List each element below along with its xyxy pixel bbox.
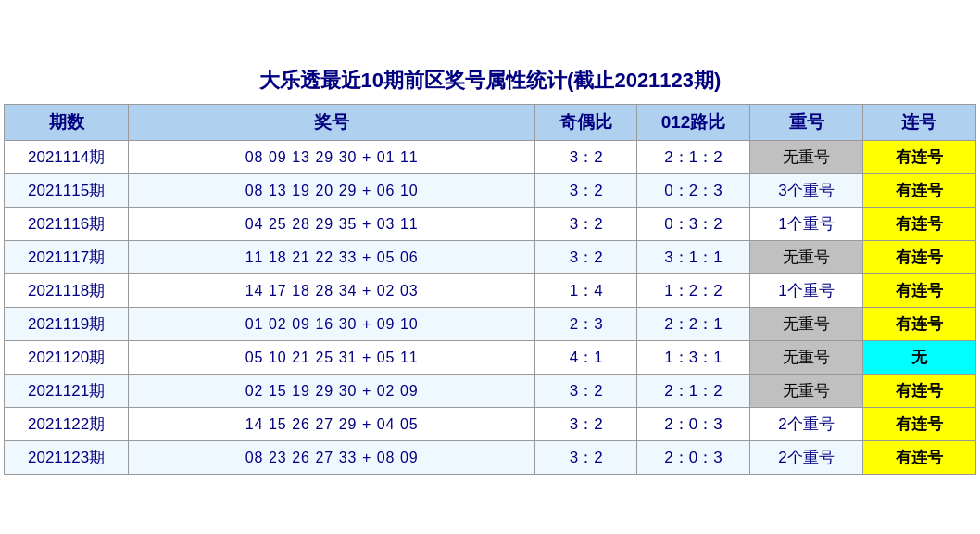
- cell-012: 2：0：3: [637, 408, 750, 441]
- header-odd-even: 奇偶比: [535, 105, 637, 141]
- cell-numbers: 04 25 28 29 35 + 03 11: [129, 208, 535, 241]
- header-period: 期数: [5, 105, 129, 141]
- cell-numbers: 08 13 19 20 29 + 06 10: [129, 174, 535, 208]
- cell-012: 1：2：2: [637, 274, 750, 308]
- cell-repeat: 1个重号: [750, 208, 863, 241]
- header-consecutive: 连号: [862, 105, 975, 141]
- cell-odd-even: 3：2: [535, 375, 637, 408]
- cell-odd-even: 3：2: [535, 208, 637, 241]
- cell-012: 1：3：1: [637, 341, 750, 375]
- cell-odd-even: 3：2: [535, 141, 637, 174]
- table-row: 2021121期02 15 19 29 30 + 02 093：22：1：2无重…: [5, 375, 976, 408]
- cell-012: 2：0：3: [637, 441, 750, 475]
- cell-consecutive: 有连号: [862, 174, 975, 208]
- cell-numbers: 11 18 21 22 33 + 05 06: [129, 241, 535, 274]
- cell-012: 2：1：2: [637, 375, 750, 408]
- cell-odd-even: 3：2: [535, 241, 637, 274]
- cell-odd-even: 3：2: [535, 174, 637, 208]
- cell-numbers: 01 02 09 16 30 + 09 10: [129, 308, 535, 341]
- cell-consecutive: 无: [862, 341, 975, 375]
- cell-012: 0：3：2: [637, 208, 750, 241]
- cell-period: 2021115期: [5, 174, 129, 208]
- table-row: 2021120期05 10 21 25 31 + 05 114：11：3：1无重…: [5, 341, 976, 375]
- cell-consecutive: 有连号: [862, 241, 975, 274]
- cell-consecutive: 有连号: [862, 308, 975, 341]
- table-row: 2021123期08 23 26 27 33 + 08 093：22：0：32个…: [5, 441, 976, 475]
- table-row: 2021118期14 17 18 28 34 + 02 031：41：2：21个…: [5, 274, 976, 308]
- cell-odd-even: 1：4: [535, 274, 637, 308]
- cell-period: 2021120期: [5, 341, 129, 375]
- cell-period: 2021121期: [5, 375, 129, 408]
- stats-table: 期数 奖号 奇偶比 012路比 重号 连号 2021114期08 09 13 2…: [4, 104, 976, 475]
- cell-consecutive: 有连号: [862, 208, 975, 241]
- cell-repeat: 无重号: [750, 375, 863, 408]
- table-row: 2021116期04 25 28 29 35 + 03 113：20：3：21个…: [5, 208, 976, 241]
- main-container: 大乐透最近10期前区奖号属性统计(截止2021123期) 期数 奖号 奇偶比 0…: [0, 56, 980, 478]
- cell-period: 2021114期: [5, 141, 129, 174]
- cell-odd-even: 4：1: [535, 341, 637, 375]
- cell-consecutive: 有连号: [862, 274, 975, 308]
- cell-012: 0：2：3: [637, 174, 750, 208]
- cell-repeat: 1个重号: [750, 274, 863, 308]
- cell-period: 2021119期: [5, 308, 129, 341]
- cell-repeat: 无重号: [750, 341, 863, 375]
- cell-repeat: 3个重号: [750, 174, 863, 208]
- cell-012: 3：1：1: [637, 241, 750, 274]
- cell-repeat: 无重号: [750, 241, 863, 274]
- cell-numbers: 08 09 13 29 30 + 01 11: [129, 141, 535, 174]
- table-row: 2021122期14 15 26 27 29 + 04 053：22：0：32个…: [5, 408, 976, 441]
- table-row: 2021119期01 02 09 16 30 + 09 102：32：2：1无重…: [5, 308, 976, 341]
- cell-period: 2021117期: [5, 241, 129, 274]
- cell-012: 2：2：1: [637, 308, 750, 341]
- cell-numbers: 14 17 18 28 34 + 02 03: [129, 274, 535, 308]
- cell-period: 2021123期: [5, 441, 129, 475]
- cell-odd-even: 3：2: [535, 408, 637, 441]
- cell-repeat: 2个重号: [750, 441, 863, 475]
- table-row: 2021115期08 13 19 20 29 + 06 103：20：2：33个…: [5, 174, 976, 208]
- cell-012: 2：1：2: [637, 141, 750, 174]
- table-row: 2021114期08 09 13 29 30 + 01 113：22：1：2无重…: [5, 141, 976, 174]
- cell-consecutive: 有连号: [862, 375, 975, 408]
- cell-period: 2021122期: [5, 408, 129, 441]
- header-numbers: 奖号: [129, 105, 535, 141]
- cell-numbers: 14 15 26 27 29 + 04 05: [129, 408, 535, 441]
- cell-repeat: 2个重号: [750, 408, 863, 441]
- page-title: 大乐透最近10期前区奖号属性统计(截止2021123期): [4, 59, 976, 104]
- header-012: 012路比: [637, 105, 750, 141]
- cell-repeat: 无重号: [750, 308, 863, 341]
- cell-consecutive: 有连号: [862, 141, 975, 174]
- cell-period: 2021118期: [5, 274, 129, 308]
- cell-odd-even: 3：2: [535, 441, 637, 475]
- cell-numbers: 08 23 26 27 33 + 08 09: [129, 441, 535, 475]
- cell-consecutive: 有连号: [862, 441, 975, 475]
- cell-period: 2021116期: [5, 208, 129, 241]
- cell-numbers: 05 10 21 25 31 + 05 11: [129, 341, 535, 375]
- table-row: 2021117期11 18 21 22 33 + 05 063：23：1：1无重…: [5, 241, 976, 274]
- cell-consecutive: 有连号: [862, 408, 975, 441]
- cell-numbers: 02 15 19 29 30 + 02 09: [129, 375, 535, 408]
- cell-repeat: 无重号: [750, 141, 863, 174]
- header-repeat: 重号: [750, 105, 863, 141]
- cell-odd-even: 2：3: [535, 308, 637, 341]
